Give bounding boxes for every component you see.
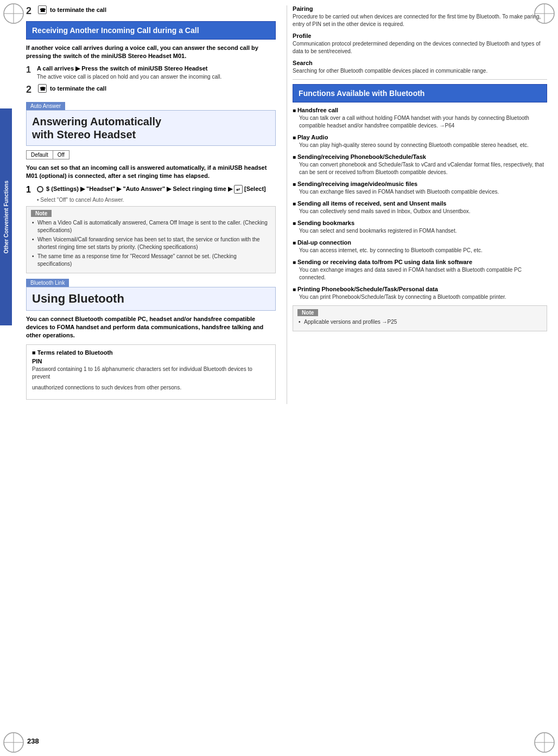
- function-title-5: Sending bookmarks: [293, 220, 547, 226]
- auto-answer-step1-content: $ (Settings) ▶ "Headset" ▶ "Auto Answer"…: [36, 185, 266, 194]
- auto-answer-note-box: Note When a Video Call is automatically …: [26, 206, 276, 273]
- default-row: Default Off: [26, 150, 276, 159]
- auto-answer-box: Answering Automatically with Stereo Head…: [26, 110, 276, 146]
- functions-section-header: Functions Available with Bluetooth: [293, 84, 547, 102]
- term-pin-body: Password containing 1 to 16 alphanumeric…: [32, 366, 270, 381]
- function-title-8: Printing Phonebook/Schedule/Task/Persona…: [293, 286, 547, 292]
- settings-text: (Settings) ▶ "Headset" ▶ "Auto Answer" ▶…: [51, 185, 234, 191]
- receiving-section-header: Receiving Another Incoming Call during a…: [26, 21, 276, 40]
- term-pin-name: PIN: [32, 358, 270, 364]
- dollar-sign: $: [46, 185, 49, 191]
- separator: [293, 79, 547, 80]
- right-column: Pairing Procedure to be carried out when…: [287, 5, 547, 404]
- function-body-3: You can exchange files saved in FOMA han…: [299, 188, 547, 196]
- auto-answer-title-line1: Answering Automatically: [32, 116, 161, 127]
- function-title-2: Sending/receiving Phonebook/Schedule/Tas…: [293, 153, 547, 160]
- bluetooth-title: Using Bluetooth: [32, 292, 270, 306]
- function-body-8: You can print Phonebook/Schedule/Task by…: [299, 293, 547, 301]
- search-body: Searching for other Bluetooth compatible…: [293, 67, 547, 75]
- main-content: 2 ☎ to terminate the call Receiving Anot…: [15, 0, 558, 409]
- default-badge: Default: [26, 150, 53, 159]
- note-label: Note: [31, 210, 52, 217]
- function-title-4: Sending all items of received, sent and …: [293, 200, 547, 207]
- side-tab-label: Other Convenient Functions: [3, 181, 9, 253]
- search-name: Search: [293, 60, 547, 66]
- step2-top-text: ☎ to terminate the call: [38, 5, 106, 14]
- step-number-2-top: 2: [26, 5, 35, 17]
- terms-title: ■ Terms related to Bluetooth: [32, 349, 270, 356]
- auto-answer-title-line2: with Stereo Headset: [32, 129, 136, 140]
- terms-box: ■ Terms related to Bluetooth PIN Passwor…: [26, 344, 276, 400]
- receiving-section-title: Receiving Another Incoming Call during a…: [32, 26, 199, 35]
- function-item-4: Sending all items of received, sent and …: [293, 200, 547, 215]
- function-item-2: Sending/receiving Phonebook/Schedule/Tas…: [293, 153, 547, 176]
- function-item-8: Printing Phonebook/Schedule/Task/Persona…: [293, 286, 547, 301]
- auto-answer-step1-num: 1: [26, 185, 34, 195]
- function-body-7: You can exchange images and data saved i…: [299, 266, 547, 281]
- sub-step-2-text: ☎ to terminate the call: [38, 84, 106, 93]
- profile-body: Communication protocol predetermined dep…: [293, 40, 547, 55]
- bluetooth-body-text: You can connect Bluetooth compatible PC,…: [26, 316, 263, 339]
- bluetooth-label-wrap: Bluetooth Link: [26, 279, 276, 287]
- auto-answer-section: Auto Answer Answering Automatically with…: [26, 102, 276, 273]
- auto-answer-title: Answering Automatically with Stereo Head…: [32, 115, 270, 141]
- note-item-3: The same time as a response time for "Re…: [31, 253, 271, 268]
- sub-step-2-num: 2: [26, 84, 35, 95]
- select-note: Select "Off" to cancel Auto Answer.: [37, 197, 276, 203]
- function-body-2: You can convert phonebook and Schedule/T…: [299, 161, 547, 176]
- function-item-6: Dial-up connection You can access intern…: [293, 239, 547, 254]
- note-item-1: When a Video Call is automatically answe…: [31, 219, 271, 234]
- pairing-body: Procedure to be carried out when devices…: [293, 13, 547, 28]
- function-body-6: You can access internet, etc. by connect…: [299, 247, 547, 254]
- function-item-3: Sending/receiving image/video/music file…: [293, 181, 547, 196]
- note-label-bottom: Note: [297, 309, 318, 316]
- pairing-name: Pairing: [293, 5, 547, 12]
- sub-step-2-label: to terminate the call: [50, 85, 106, 92]
- function-body-1: You can play high-quality stereo sound b…: [299, 142, 547, 149]
- phone-icon-top: ☎: [38, 5, 47, 14]
- receiving-section-body: If another voice call arrives during a v…: [26, 44, 276, 61]
- sub-step-1: 1 A call arrives ▶ Press the switch of m…: [26, 65, 276, 81]
- off-badge: Off: [53, 150, 69, 159]
- function-body-5: You can select and send bookmarks regist…: [299, 227, 547, 235]
- auto-answer-step1: 1 $ (Settings) ▶ "Headset" ▶ "Auto Answe…: [26, 185, 276, 195]
- corner-decoration-bl: [3, 732, 24, 753]
- function-item-5: Sending bookmarks You can select and sen…: [293, 220, 547, 235]
- bluetooth-badge: Bluetooth Link: [26, 279, 69, 287]
- step2-top-label: to terminate the call: [50, 7, 106, 13]
- auto-answer-label: Auto Answer: [26, 102, 276, 110]
- bluetooth-box: Using Bluetooth: [26, 287, 276, 311]
- term-pairing: Pairing Procedure to be carried out when…: [293, 5, 547, 28]
- left-column: 2 ☎ to terminate the call Receiving Anot…: [26, 5, 287, 404]
- select-text: [Select]: [244, 185, 266, 191]
- function-item-0: Handsfree call You can talk over a call …: [293, 107, 547, 130]
- bluetooth-body: You can connect Bluetooth compatible PC,…: [26, 315, 276, 340]
- corner-decoration-br: [534, 732, 555, 753]
- bluetooth-section: Bluetooth Link Using Bluetooth You can c…: [26, 279, 276, 400]
- function-title-6: Dial-up connection: [293, 239, 547, 246]
- function-body-0: You can talk over a call without holding…: [299, 114, 547, 130]
- top-terms: Pairing Procedure to be carried out when…: [293, 5, 547, 75]
- function-title-1: Play Audio: [293, 134, 547, 140]
- function-title-0: Handsfree call: [293, 107, 547, 113]
- circle-icon: [37, 186, 43, 193]
- sub-step-1-num: 1: [26, 65, 34, 75]
- function-items-list: Handsfree call You can talk over a call …: [293, 107, 547, 301]
- note-box-bottom: Note Applicable versions and profiles →P…: [293, 305, 547, 331]
- function-item-1: Play Audio You can play high-quality ste…: [293, 134, 547, 149]
- term-unauthorized-body: unauthorized connections to such devices…: [32, 384, 270, 392]
- sub-step-1-content: A call arrives ▶ Press the switch of min…: [37, 65, 276, 81]
- profile-name: Profile: [293, 33, 547, 39]
- functions-section-title: Functions Available with Bluetooth: [299, 89, 424, 98]
- sub-step-2: 2 ☎ to terminate the call: [26, 84, 276, 95]
- step2-terminate-top: 2 ☎ to terminate the call: [26, 5, 276, 17]
- function-item-7: Sending or receiving data to/from PC usi…: [293, 259, 547, 281]
- select-key-icon: ↵: [234, 185, 243, 194]
- phone-icon-sub: ☎: [38, 84, 47, 93]
- side-tab: Other Convenient Functions: [0, 108, 12, 325]
- page-number: 238: [27, 737, 39, 745]
- auto-answer-badge: Auto Answer: [26, 102, 65, 110]
- receiving-body-text: If another voice call arrives during a v…: [26, 44, 258, 59]
- auto-answer-body-text: You can set so that an incoming call is …: [26, 164, 267, 179]
- note-bottom-item-0: Applicable versions and profiles →P25: [297, 318, 542, 326]
